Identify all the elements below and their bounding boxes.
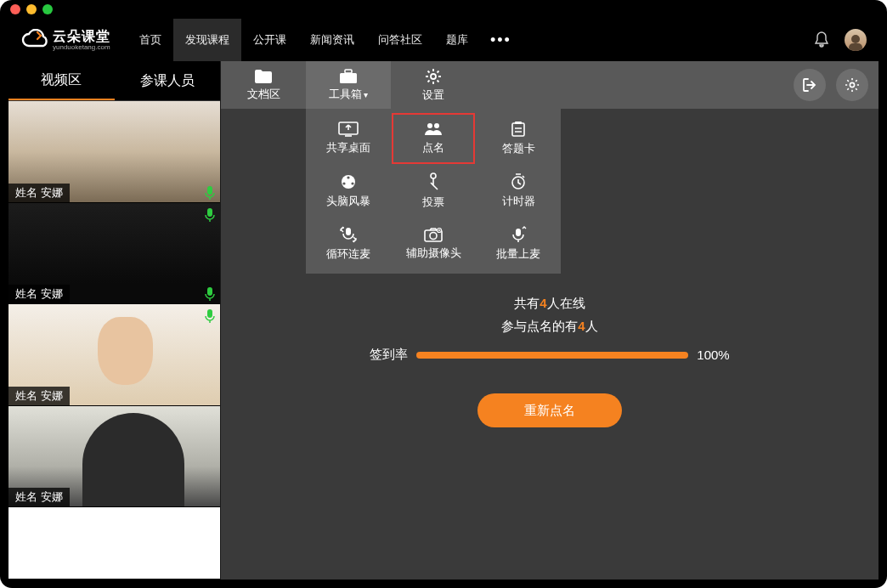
tool-brainstorm[interactable]: 头脑风暴 xyxy=(306,165,391,218)
settings-round-button[interactable] xyxy=(836,69,868,101)
name-tag: 姓名 安娜 xyxy=(8,184,70,202)
svg-point-18 xyxy=(351,182,353,184)
video-tile[interactable]: 姓名 安娜 xyxy=(8,304,220,406)
toolbar-settings-label: 设置 xyxy=(422,88,444,103)
svg-rect-3 xyxy=(207,208,212,217)
svg-rect-2 xyxy=(207,186,212,195)
top-nav: 云朵课堂 yunduoketang.com 首页 发现课程 公开课 新闻资讯 问… xyxy=(8,19,879,61)
nav-library[interactable]: 题库 xyxy=(434,19,480,61)
tool-share-desktop[interactable]: 共享桌面 xyxy=(306,112,391,165)
video-tile[interactable]: 姓名 安娜 xyxy=(8,101,220,203)
signin-rate-row: 签到率 100% xyxy=(370,347,729,363)
film-reel-icon xyxy=(340,173,357,190)
mic-icon xyxy=(205,186,215,200)
mic-icon xyxy=(205,208,215,222)
svg-rect-6 xyxy=(340,73,357,83)
nav-more-icon[interactable]: ••• xyxy=(480,19,522,61)
mic-icon xyxy=(205,309,215,323)
toolbar-settings[interactable]: 设置 xyxy=(391,61,476,109)
tool-roll-call[interactable]: 点名 xyxy=(391,112,476,165)
svg-rect-5 xyxy=(207,309,212,318)
cloud-logo-icon xyxy=(20,29,49,51)
gear-icon xyxy=(845,77,860,93)
gear-icon xyxy=(425,68,442,85)
video-tile[interactable]: 姓名 安娜 xyxy=(8,203,220,305)
toolbar-doc-label: 文档区 xyxy=(247,87,280,102)
tool-vote[interactable]: 投票 xyxy=(391,165,476,218)
svg-point-11 xyxy=(427,123,432,128)
tool-aux-camera[interactable]: 辅助摄像头 xyxy=(391,218,476,270)
svg-rect-21 xyxy=(346,228,351,235)
mic-up-icon xyxy=(510,226,527,243)
app-logo[interactable]: 云朵课堂 yunduoketang.com xyxy=(20,29,110,51)
nav-home[interactable]: 首页 xyxy=(127,19,173,61)
toolbar-toolbox[interactable]: 工具箱▾ xyxy=(306,61,391,109)
people-icon xyxy=(423,122,444,137)
tool-timer[interactable]: 计时器 xyxy=(476,165,561,218)
video-tile-empty xyxy=(8,507,220,580)
camera-plus-icon xyxy=(424,227,443,242)
screen-share-icon xyxy=(338,122,359,137)
svg-point-23 xyxy=(430,233,437,240)
briefcase-icon xyxy=(339,69,358,84)
exit-button[interactable] xyxy=(794,69,826,101)
signin-rate-value: 100% xyxy=(697,348,729,362)
participated-count-text: 参与点名的有4人 xyxy=(501,319,597,335)
toolbox-dropdown: 共享桌面 点名 答题卡 头脑风暴 xyxy=(306,109,561,274)
svg-point-19 xyxy=(431,173,436,178)
svg-rect-4 xyxy=(207,287,212,296)
tool-cycle-mic[interactable]: 循环连麦 xyxy=(306,218,391,270)
name-tag: 姓名 安娜 xyxy=(8,285,70,303)
rollcall-panel: 共有4人在线 参与点名的有4人 签到率 100% 重新点名 xyxy=(221,296,879,427)
name-tag: 姓名 安娜 xyxy=(8,387,70,405)
chevron-down-icon: ▾ xyxy=(364,90,368,99)
nav-qa[interactable]: 问答社区 xyxy=(366,19,434,61)
avatar[interactable] xyxy=(845,29,867,51)
mic-icon xyxy=(205,287,215,301)
video-tile[interactable]: 姓名 安娜 xyxy=(8,406,220,508)
minimize-window-dot[interactable] xyxy=(26,4,37,14)
touch-icon xyxy=(426,172,441,191)
left-panel: 视频区 参课人员 姓名 安娜 姓名 安娜 xyxy=(8,61,221,580)
signin-rate-label: 签到率 xyxy=(370,347,408,363)
exit-icon xyxy=(802,77,817,93)
svg-point-16 xyxy=(347,176,349,178)
svg-point-17 xyxy=(342,182,345,184)
progress-bar xyxy=(416,352,688,359)
folder-icon xyxy=(254,69,273,84)
svg-point-8 xyxy=(431,74,436,79)
clipboard-icon xyxy=(510,121,527,138)
online-count-text: 共有4人在线 xyxy=(514,296,585,312)
svg-rect-7 xyxy=(345,70,352,73)
svg-rect-25 xyxy=(516,229,521,236)
svg-point-12 xyxy=(434,123,439,128)
logo-subtext: yunduoketang.com xyxy=(53,44,110,51)
nav-news[interactable]: 新闻资讯 xyxy=(298,19,366,61)
tool-answer-card[interactable]: 答题卡 xyxy=(476,112,561,165)
toolbar-toolbox-label: 工具箱 xyxy=(329,88,362,100)
main-toolbar: 文档区 工具箱▾ 设置 xyxy=(221,61,879,109)
clock-icon xyxy=(510,173,527,190)
tab-participants[interactable]: 参课人员 xyxy=(115,61,221,100)
restart-rollcall-button[interactable]: 重新点名 xyxy=(477,393,622,427)
close-window-dot[interactable] xyxy=(10,4,20,14)
svg-rect-14 xyxy=(515,122,522,124)
video-list: 姓名 安娜 姓名 安娜 姓名 安娜 xyxy=(8,100,220,580)
tool-bulk-mic[interactable]: 批量上麦 xyxy=(476,218,561,270)
nav-discover-courses[interactable]: 发现课程 xyxy=(173,19,241,61)
name-tag: 姓名 安娜 xyxy=(8,488,70,506)
window-titlebar xyxy=(0,0,887,19)
toolbar-doc-area[interactable]: 文档区 xyxy=(221,61,306,109)
tab-video-zone[interactable]: 视频区 xyxy=(8,61,115,100)
svg-point-9 xyxy=(850,82,854,87)
nav-public-class[interactable]: 公开课 xyxy=(241,19,298,61)
logo-text: 云朵课堂 xyxy=(53,30,110,43)
maximize-window-dot[interactable] xyxy=(42,4,53,14)
main-area: 文档区 工具箱▾ 设置 xyxy=(221,61,879,580)
svg-rect-13 xyxy=(512,123,524,136)
cycle-mic-icon xyxy=(339,226,358,243)
bell-icon[interactable] xyxy=(814,31,829,48)
svg-rect-1 xyxy=(849,43,862,51)
svg-point-0 xyxy=(851,35,860,43)
